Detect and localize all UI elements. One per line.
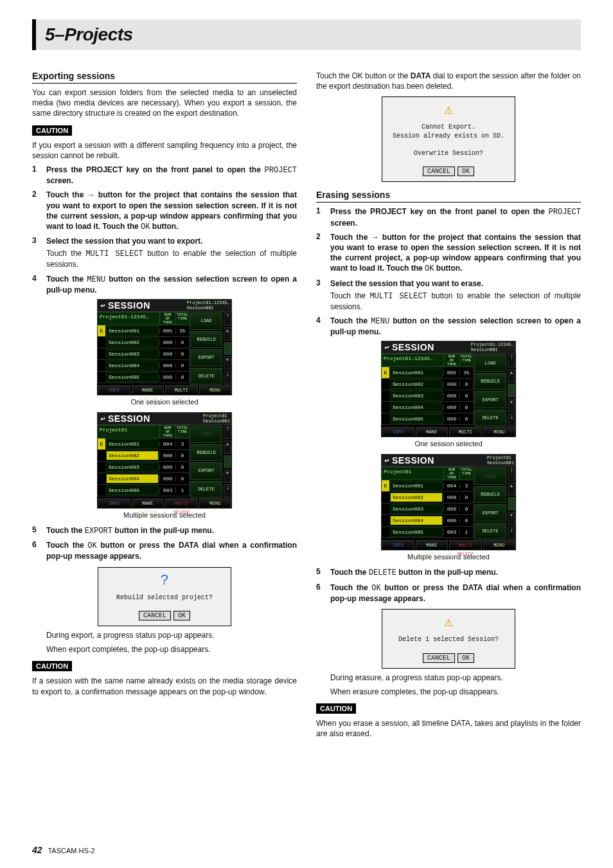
info-button[interactable]: INFO [98, 385, 130, 395]
list-item[interactable]: Session001 [106, 439, 159, 449]
step-number: 3 [32, 236, 41, 270]
export-button[interactable]: EXPORT [474, 391, 506, 408]
cancel-button[interactable]: CANCEL [139, 611, 171, 620]
info-button[interactable]: INFO [98, 498, 130, 509]
current-marker: C [98, 439, 105, 449]
step-text: Select the session that you want to expo… [46, 236, 297, 270]
delete-button[interactable]: DELETE [190, 481, 222, 498]
list-item[interactable]: Session002 [106, 338, 159, 347]
list-item[interactable]: Session005 [106, 485, 159, 495]
list-item[interactable]: Session003 [106, 462, 159, 472]
rebuild-button[interactable]: REBUILD [474, 486, 506, 503]
back-icon[interactable]: ↩ [98, 414, 108, 424]
menu-button[interactable]: MENU [483, 427, 516, 437]
list-item[interactable]: Session005 [390, 414, 443, 424]
warning-icon: ⚠ [387, 104, 510, 118]
list-item[interactable]: Session005 [390, 527, 443, 537]
progress-text: When export completes, the pop-up disapp… [32, 644, 297, 655]
session-screen-multi-selected: ↩ SESSION Project01Session001 Project01 … [97, 412, 232, 509]
question-icon: ? [103, 574, 226, 588]
model-name: TASCAM HS-2 [48, 847, 94, 854]
info-button[interactable]: INFO [382, 427, 414, 437]
ok-button[interactable]: OK [458, 167, 474, 176]
make-session-button[interactable]: MAKESESSION [132, 385, 164, 395]
col-num-take: NUMOFTAKE [159, 426, 175, 438]
list-item[interactable]: Session003 [390, 504, 443, 514]
multi-select-button[interactable]: MULTISELECT [165, 385, 198, 395]
scrollbar[interactable]: ⤒▲▼⤓ [223, 312, 232, 385]
screen-subtitle: Project01-12345…Session001 [187, 300, 231, 311]
list-item[interactable]: Session003 [106, 349, 159, 359]
step-number: 2 [316, 232, 325, 275]
list-item[interactable]: Session002 [390, 379, 443, 389]
make-session-button[interactable]: MAKESESSION [416, 540, 449, 550]
project-name[interactable]: Project01 [98, 426, 159, 438]
info-button[interactable]: INFO [382, 540, 414, 550]
export-button[interactable]: EXPORT [474, 504, 506, 521]
progress-text: During erasure, a progress status pop-up… [316, 673, 581, 683]
list-item[interactable]: Session001 [390, 368, 443, 377]
rebuild-button[interactable]: REBUILD [474, 373, 506, 390]
screen-title: SESSION [108, 300, 187, 311]
step-text: Touch the OK button or press the DATA di… [330, 583, 581, 604]
list-item[interactable]: Session004 [390, 516, 443, 525]
caution-label: CAUTION [316, 703, 356, 714]
make-session-button[interactable]: MAKESESSION [132, 498, 164, 509]
step-text: Touch the → button for the project that … [330, 232, 581, 275]
screen-title: SESSION [392, 455, 487, 466]
load-button[interactable]: LOAD [190, 312, 222, 330]
rebuild-button[interactable]: REBUILD [190, 444, 222, 462]
back-icon[interactable]: ↩ [382, 343, 392, 352]
scrollbar[interactable]: ⤒▲▼⤓ [507, 467, 516, 540]
list-item[interactable]: Session002 [106, 451, 159, 460]
menu-button[interactable]: MENU [483, 540, 516, 550]
rebuild-dialog: ? Rebuild selected project? CANCEL OK [98, 567, 231, 627]
list-item[interactable]: Session001 [390, 481, 443, 491]
step-number: 2 [32, 190, 41, 232]
step-text: Press the PROJECT key on the front panel… [46, 165, 297, 186]
caption: One session selected [316, 440, 581, 448]
load-button[interactable]: LOAD [474, 354, 506, 372]
menu-button[interactable]: MENU [199, 498, 232, 509]
export-intro: You can export session folders from the … [32, 87, 297, 119]
scrollbar[interactable]: ⤒▲▼⤓ [507, 354, 516, 427]
delete-button[interactable]: DELETE [474, 410, 506, 427]
back-icon[interactable]: ↩ [382, 456, 392, 466]
export-button[interactable]: EXPORT [190, 349, 222, 366]
page-number: 42 [32, 845, 42, 855]
project-name[interactable]: Project01 [382, 467, 443, 480]
multi-select-button[interactable]: MULTISELECT [449, 540, 482, 550]
list-item[interactable]: Session004 [390, 402, 443, 412]
back-icon[interactable]: ↩ [98, 301, 108, 311]
cancel-button[interactable]: CANCEL [423, 167, 455, 176]
step-text: Touch the MENU button on the session sel… [330, 316, 581, 337]
delete-button[interactable]: DELETE [474, 523, 506, 540]
list-item[interactable]: Session005 [106, 372, 159, 382]
delete-button[interactable]: DELETE [190, 368, 222, 385]
col-total-time: TOTALTIME [459, 467, 473, 480]
make-session-button[interactable]: MAKESESSION [416, 427, 449, 437]
step-number: 6 [32, 540, 41, 561]
list-item[interactable]: Session004 [106, 361, 159, 370]
rebuild-button[interactable]: REBUILD [190, 331, 222, 348]
list-item[interactable]: Session004 [106, 474, 159, 484]
ok-button[interactable]: OK [173, 611, 190, 620]
list-item[interactable]: Session001 [106, 326, 159, 336]
cancel-button[interactable]: CANCEL [423, 653, 455, 663]
load-button[interactable]: LOAD [474, 467, 506, 485]
list-item[interactable]: Session003 [390, 391, 443, 401]
load-button[interactable]: LOAD [190, 426, 222, 443]
step-text: Touch the → button for the project that … [46, 190, 297, 232]
list-item[interactable]: Session002 [390, 493, 443, 502]
scrollbar[interactable]: ⤒▲▼⤓ [223, 425, 232, 498]
project-name[interactable]: Project01-12345… [98, 312, 159, 325]
multi-select-button[interactable]: MULTISELECT [449, 427, 482, 437]
export-button[interactable]: EXPORT [190, 462, 222, 480]
left-column: Exporting sessions You can export sessio… [32, 68, 297, 743]
project-name[interactable]: Project01-12345… [382, 354, 443, 366]
multi-select-button[interactable]: MULTISELECT [165, 498, 198, 509]
step-text: Touch the EXPORT button in the pull-up m… [46, 525, 297, 536]
current-marker: C [382, 367, 389, 378]
ok-button[interactable]: OK [458, 653, 474, 663]
menu-button[interactable]: MENU [199, 385, 232, 395]
